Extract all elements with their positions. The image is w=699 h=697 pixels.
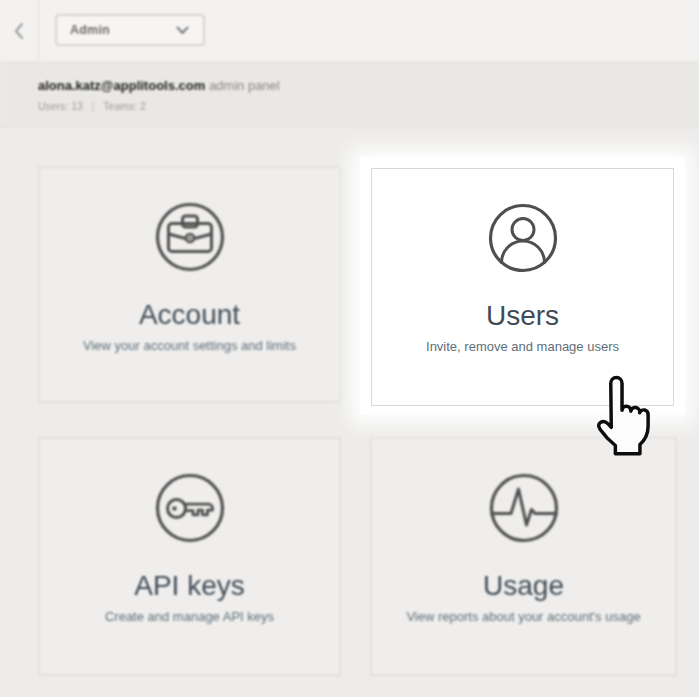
account-stats: Users: 13 | Teams: 2	[38, 100, 146, 112]
account-selector-value: Admin	[70, 23, 110, 37]
card-api-keys-subtitle: Create and manage API keys	[105, 609, 274, 624]
account-header: alona.katz@applitools.com admin panel Us…	[0, 62, 699, 127]
account-email: alona.katz@applitools.com	[38, 78, 205, 93]
card-users-highlight: Users Invite, remove and manage users	[360, 157, 685, 415]
stats-separator: |	[92, 100, 95, 112]
user-icon	[487, 202, 559, 274]
account-title: alona.katz@applitools.com admin panel	[38, 78, 280, 93]
account-selector-dropdown[interactable]: Admin	[55, 14, 205, 46]
card-usage-subtitle: View reports about your account's usage	[406, 609, 640, 624]
card-api-keys[interactable]: API keys Create and manage API keys	[38, 437, 341, 676]
users-count: Users: 13	[38, 100, 83, 112]
back-button[interactable]	[0, 0, 39, 62]
chevron-left-icon	[14, 22, 24, 40]
admin-panel-label: admin panel	[209, 78, 280, 93]
chevron-down-icon	[176, 26, 189, 35]
card-account-title: Account	[139, 299, 240, 331]
card-users-title: Users	[486, 300, 559, 332]
admin-panel-page: Admin alona.katz@applitools.com admin pa…	[0, 0, 699, 697]
card-account[interactable]: Account View your account settings and l…	[38, 166, 341, 403]
top-bar: Admin	[0, 0, 699, 63]
key-icon	[154, 472, 226, 544]
card-usage-title: Usage	[483, 570, 564, 602]
teams-count: Teams: 2	[103, 100, 146, 112]
briefcase-icon	[154, 201, 226, 273]
card-users[interactable]: Users Invite, remove and manage users	[371, 168, 674, 406]
card-account-subtitle: View your account settings and limits	[83, 338, 296, 353]
card-users-subtitle: Invite, remove and manage users	[426, 339, 619, 354]
pulse-icon	[488, 472, 560, 544]
card-usage[interactable]: Usage View reports about your account's …	[370, 437, 677, 676]
card-api-keys-title: API keys	[134, 570, 244, 602]
